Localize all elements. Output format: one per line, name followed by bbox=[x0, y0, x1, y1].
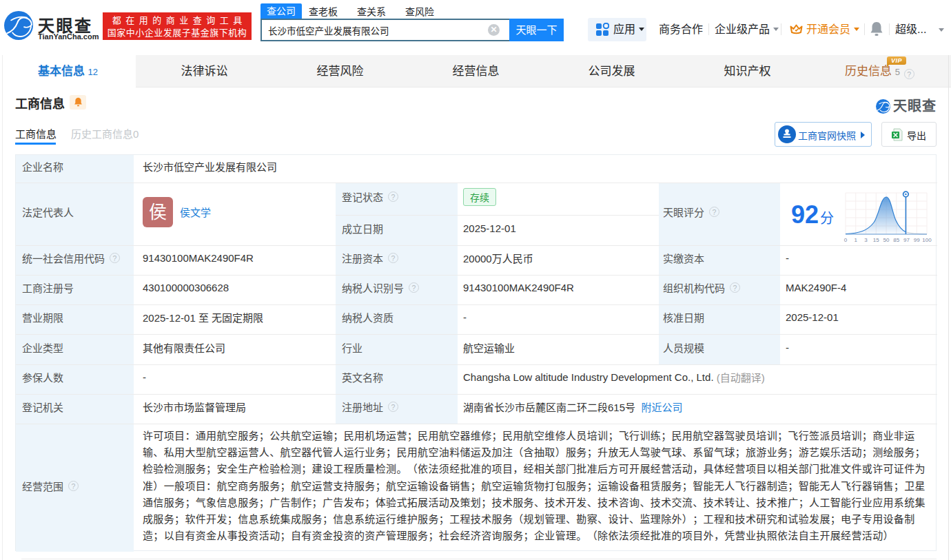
svg-text:0: 0 bbox=[844, 237, 848, 243]
svg-text:100: 100 bbox=[922, 237, 932, 243]
svg-text:3: 3 bbox=[864, 237, 868, 243]
svg-text:15: 15 bbox=[873, 237, 879, 243]
svg-text:50: 50 bbox=[883, 237, 890, 243]
svg-text:99: 99 bbox=[914, 237, 920, 243]
svg-text:85: 85 bbox=[893, 237, 899, 243]
svg-text:97: 97 bbox=[903, 237, 910, 243]
svg-text:1: 1 bbox=[855, 237, 858, 243]
